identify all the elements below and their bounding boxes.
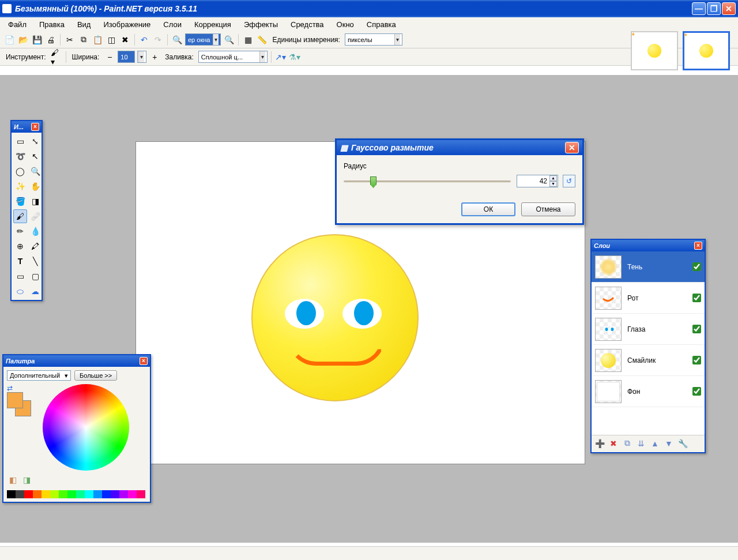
palette-color-swatch[interactable] <box>59 490 67 498</box>
fill-combo[interactable]: Сплошной ц... <box>198 51 268 63</box>
redo-icon[interactable]: ↷ <box>152 34 164 46</box>
ok-button[interactable]: ОК <box>461 202 515 216</box>
layer-up-icon[interactable]: ▲ <box>649 438 661 449</box>
zoom-out-icon[interactable]: 🔍 <box>171 34 183 46</box>
move-pixels-tool[interactable]: ↖ <box>28 149 42 163</box>
layer-visible-checkbox[interactable] <box>692 387 701 396</box>
palette-color-swatch[interactable] <box>50 490 59 498</box>
primary-color-swatch[interactable] <box>7 392 23 408</box>
palette-mode-combo[interactable]: Дополнительный <box>7 370 71 381</box>
clone-stamp-tool[interactable]: ⊕ <box>13 239 27 253</box>
palette-color-swatch[interactable] <box>42 490 50 498</box>
rectangle-tool[interactable]: ▭ <box>13 269 27 283</box>
zoom-tool[interactable]: 🔍 <box>28 164 42 178</box>
layer-visible-checkbox[interactable] <box>692 262 701 271</box>
swap-colors-icon[interactable]: ⇄ <box>7 384 13 392</box>
palette-color-swatch[interactable] <box>16 490 24 498</box>
palette-panel-titlebar[interactable]: Палитра × <box>3 355 150 367</box>
thumbnail-1[interactable]: ✶ <box>631 31 678 70</box>
gradient-tool[interactable]: ◨ <box>28 194 42 208</box>
undo-icon[interactable]: ↶ <box>138 34 150 46</box>
layer-properties-icon[interactable]: 🔧 <box>677 438 688 449</box>
window-maximize-button[interactable]: ❐ <box>707 2 721 15</box>
print-icon[interactable]: 🖨 <box>45 34 57 46</box>
palette-color-swatch[interactable] <box>102 490 111 498</box>
dialog-titlebar[interactable]: ▦ Гауссово размытие ✕ <box>337 140 582 155</box>
palette-color-swatch[interactable] <box>93 490 102 498</box>
color-wheel[interactable] <box>43 384 129 471</box>
pan-tool[interactable]: ✋ <box>28 179 42 193</box>
rectangle-select-tool[interactable]: ▭ <box>13 134 27 148</box>
antialias-icon[interactable]: ⚗▾ <box>289 51 300 63</box>
layers-panel-titlebar[interactable]: Слои × <box>592 240 705 251</box>
layer-delete-icon[interactable]: ✖ <box>608 438 619 449</box>
text-tool[interactable]: T <box>13 254 27 268</box>
dialog-close-button[interactable]: ✕ <box>565 142 579 153</box>
layers-panel-close-icon[interactable]: × <box>694 242 702 250</box>
save-icon[interactable]: 💾 <box>31 34 43 46</box>
palette-color-swatch[interactable] <box>111 490 119 498</box>
width-input[interactable]: 10 <box>118 51 135 63</box>
menu-tools[interactable]: Средства <box>285 18 330 31</box>
cancel-button[interactable]: Отмена <box>521 202 575 216</box>
menu-edit[interactable]: Правка <box>33 18 70 31</box>
menu-effects[interactable]: Эффекты <box>238 18 284 31</box>
palette-add-icon[interactable]: ◧ <box>7 474 18 486</box>
line-tool[interactable]: ╲ <box>28 254 42 268</box>
grid-icon[interactable]: ▦ <box>242 34 254 46</box>
layer-row[interactable]: Глаза <box>592 314 705 345</box>
palette-color-swatch[interactable] <box>24 490 33 498</box>
palette-color-swatch[interactable] <box>119 490 128 498</box>
palette-color-swatch[interactable] <box>128 490 137 498</box>
palette-strip[interactable] <box>7 490 146 498</box>
units-combo[interactable]: пикселы <box>345 33 402 46</box>
reset-button[interactable]: ↺ <box>563 175 575 187</box>
zoom-combo[interactable]: ер окна <box>185 33 221 46</box>
layer-duplicate-icon[interactable]: ⧉ <box>622 438 633 449</box>
spin-up-icon[interactable]: ▲ <box>549 175 557 181</box>
layer-row[interactable]: Тень <box>592 251 705 283</box>
crop-icon[interactable]: ◫ <box>106 34 117 46</box>
menu-view[interactable]: Вид <box>71 18 97 31</box>
menu-help[interactable]: Справка <box>361 18 402 31</box>
palette-color-swatch[interactable] <box>33 490 42 498</box>
window-minimize-button[interactable]: — <box>692 2 706 15</box>
open-icon[interactable]: 📂 <box>17 34 29 46</box>
pencil-tool[interactable]: ✏ <box>13 224 27 238</box>
layer-add-icon[interactable]: ➕ <box>594 438 605 449</box>
tools-panel-titlebar[interactable]: И... × <box>12 121 42 133</box>
paste-icon[interactable]: 📋 <box>92 34 103 46</box>
radius-slider[interactable] <box>344 175 511 187</box>
new-icon[interactable]: 📄 <box>3 34 15 46</box>
width-plus-icon[interactable]: + <box>149 51 160 63</box>
paintbrush-tool[interactable]: 🖌 <box>13 209 27 223</box>
palette-manage-icon[interactable]: ◨ <box>21 474 32 486</box>
magic-wand-tool[interactable]: ✨ <box>13 179 27 193</box>
palette-color-swatch[interactable] <box>67 490 76 498</box>
copy-icon[interactable]: ⧉ <box>78 34 89 46</box>
palette-color-swatch[interactable] <box>76 490 85 498</box>
paint-bucket-tool[interactable]: 🪣 <box>13 194 27 208</box>
width-minus-icon[interactable]: − <box>104 51 115 63</box>
ellipse-select-tool[interactable]: ◯ <box>13 164 27 178</box>
cut-icon[interactable]: ✂ <box>64 34 76 46</box>
layer-visible-checkbox[interactable] <box>692 294 701 302</box>
eraser-tool[interactable]: 🩹 <box>28 209 42 223</box>
thumbnail-2[interactable]: ✶ <box>683 31 730 70</box>
palette-color-swatch[interactable] <box>7 490 16 498</box>
layer-visible-checkbox[interactable] <box>692 356 701 364</box>
move-selection-tool[interactable]: ⤡ <box>28 134 42 148</box>
layer-visible-checkbox[interactable] <box>692 325 701 333</box>
width-combo[interactable] <box>137 51 146 63</box>
menu-image[interactable]: Изображение <box>97 18 156 31</box>
ellipse-tool[interactable]: ⬭ <box>13 284 27 298</box>
palette-more-button[interactable]: Больше >> <box>74 370 117 381</box>
color-picker-tool[interactable]: 💧 <box>28 224 42 238</box>
palette-color-swatch[interactable] <box>85 490 93 498</box>
zoom-in-icon[interactable]: 🔍 <box>223 34 235 46</box>
layer-merge-icon[interactable]: ⇊ <box>635 438 647 449</box>
palette-panel-close-icon[interactable]: × <box>140 357 148 365</box>
menu-adjust[interactable]: Коррекция <box>189 18 237 31</box>
ruler-icon[interactable]: 📏 <box>256 34 268 46</box>
brush-dropdown-icon[interactable]: 🖌▾ <box>51 51 62 63</box>
